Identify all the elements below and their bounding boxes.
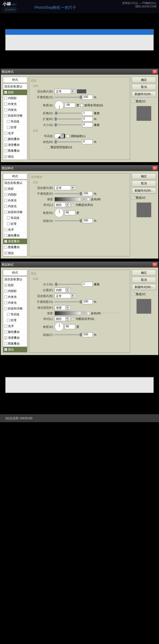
noise-slider[interactable] — [55, 141, 81, 142]
close-button[interactable]: × — [152, 166, 157, 170]
opacity-input[interactable]: 100 — [82, 95, 93, 100]
reverse-checkbox[interactable] — [87, 312, 90, 315]
style-gradient-overlay[interactable]: 渐变叠加 — [3, 142, 27, 148]
gradient-style-select[interactable]: 线性▾ — [55, 202, 70, 207]
gradient-picker[interactable] — [55, 311, 81, 315]
scale-input[interactable]: 100 — [82, 332, 93, 337]
angle-input[interactable]: -90 — [65, 103, 75, 108]
ok-button[interactable]: 确定 — [132, 173, 156, 179]
distance-slider[interactable] — [55, 113, 81, 114]
style-bevel[interactable]: 斜面和浮雕 — [3, 306, 27, 312]
style-drop-shadow[interactable]: 投影 — [3, 282, 27, 288]
new-style-button[interactable]: 新建样式(W)... — [132, 284, 156, 290]
knockout-checkbox[interactable] — [47, 146, 50, 149]
scale-slider[interactable] — [55, 220, 81, 221]
opacity-slider[interactable] — [55, 301, 81, 302]
ok-button[interactable]: 确定 — [132, 77, 156, 83]
contour-picker[interactable]: ▾ — [55, 134, 65, 138]
blend-options[interactable]: 混合选项:默认 — [3, 180, 27, 186]
angle-dial[interactable] — [55, 208, 64, 217]
style-color-overlay[interactable]: 颜色叠加 — [3, 136, 27, 142]
style-pattern-overlay[interactable]: 图案叠加 — [3, 341, 27, 347]
dialog-titlebar[interactable]: 图层样式 × — [1, 165, 158, 171]
style-stroke[interactable]: 描边 — [3, 154, 27, 160]
angle-dial[interactable] — [55, 322, 64, 331]
style-texture[interactable]: 纹理 — [3, 317, 27, 323]
style-satin[interactable]: 光泽 — [3, 323, 27, 329]
new-style-button[interactable]: 新建样式(W)... — [132, 91, 156, 97]
style-satin[interactable]: 光泽 — [3, 130, 27, 136]
shadow-color-swatch[interactable] — [77, 89, 86, 94]
scale-input[interactable]: 100 — [82, 218, 93, 223]
reverse-checkbox[interactable] — [87, 198, 90, 201]
opacity-slider[interactable] — [55, 97, 81, 98]
cancel-button[interactable]: 取消 — [132, 277, 156, 283]
style-color-overlay[interactable]: 颜色叠加 — [3, 233, 27, 239]
style-contour[interactable]: 等高线 — [3, 119, 27, 125]
size-slider[interactable] — [55, 124, 81, 125]
cancel-button[interactable]: 取消 — [132, 84, 156, 90]
antialias-checkbox[interactable] — [66, 135, 69, 138]
spread-slider[interactable] — [55, 118, 81, 120]
blend-options[interactable]: 混合选项:默认 — [3, 277, 27, 282]
preview-checkbox[interactable] — [132, 293, 135, 296]
opacity-input[interactable]: 100 — [82, 299, 93, 304]
angle-dial[interactable] — [55, 101, 64, 110]
style-drop-shadow[interactable]: 投影 — [3, 186, 27, 192]
style-contour[interactable]: 等高线 — [3, 312, 27, 317]
align-checkbox[interactable] — [72, 204, 74, 206]
close-button[interactable]: × — [152, 70, 157, 74]
new-style-button[interactable]: 新建样式(W)... — [132, 188, 156, 194]
style-inner-glow[interactable]: 内发光 — [3, 300, 27, 306]
opacity-input[interactable]: 100 — [82, 191, 93, 196]
position-select[interactable]: 内部▾ — [55, 288, 70, 293]
style-satin[interactable]: 光泽 — [3, 227, 27, 233]
size-input[interactable]: 1 — [82, 282, 93, 287]
blend-mode-select[interactable]: 正常▾ — [55, 185, 76, 190]
style-contour[interactable]: 等高线 — [3, 215, 27, 221]
style-inner-glow[interactable]: 内发光 — [3, 107, 27, 113]
dialog-titlebar[interactable]: 图层样式 × — [1, 69, 158, 75]
blend-options[interactable]: 混合选项:默认 — [3, 84, 27, 90]
size-slider[interactable] — [55, 284, 81, 285]
preview-checkbox[interactable] — [132, 100, 135, 103]
style-inner-shadow[interactable]: 内阴影 — [3, 95, 27, 101]
noise-input[interactable]: 0 — [82, 139, 93, 144]
style-bevel[interactable]: 斜面和浮雕 — [3, 209, 27, 215]
blend-mode-select[interactable]: 正常▾ — [55, 89, 76, 94]
style-gradient-overlay[interactable]: 渐变叠加 — [3, 239, 27, 244]
distance-input[interactable]: 1 — [82, 111, 93, 116]
align-checkbox[interactable] — [72, 317, 74, 320]
preview-checkbox[interactable] — [132, 196, 135, 199]
style-pattern-overlay[interactable]: 图案叠加 — [3, 148, 27, 154]
style-outer-glow[interactable]: 外发光 — [3, 101, 27, 107]
style-stroke[interactable]: 描边 — [3, 250, 27, 256]
style-stroke[interactable]: 描边 — [3, 347, 27, 353]
cancel-button[interactable]: 取消 — [132, 180, 156, 187]
scale-slider[interactable] — [55, 334, 81, 335]
angle-input[interactable]: 90 — [65, 324, 75, 329]
ok-button[interactable]: 确定 — [132, 270, 156, 276]
blend-mode-select[interactable]: 正常▾ — [55, 294, 76, 298]
style-inner-shadow[interactable]: 内阴影 — [3, 288, 27, 294]
dialog-titlebar[interactable]: 图层样式 × — [1, 262, 158, 268]
gradient-picker[interactable] — [55, 197, 81, 201]
gradient-dropdown[interactable]: ▾ — [82, 197, 86, 201]
spread-input[interactable]: 0 — [82, 117, 93, 121]
style-outer-glow[interactable]: 外发光 — [3, 294, 27, 300]
style-color-overlay[interactable]: 颜色叠加 — [3, 329, 27, 335]
gradient-style-select[interactable]: 线性▾ — [55, 316, 70, 321]
global-light-checkbox[interactable] — [80, 104, 83, 107]
style-gradient-overlay[interactable]: 渐变叠加 — [3, 335, 27, 341]
gradient-dropdown[interactable]: ▾ — [82, 311, 86, 315]
angle-input[interactable]: 90 — [65, 210, 75, 215]
style-outer-glow[interactable]: 外发光 — [3, 198, 27, 204]
fill-type-select[interactable]: 渐变▾ — [55, 305, 70, 310]
style-texture[interactable]: 纹理 — [3, 125, 27, 130]
style-texture[interactable]: 纹理 — [3, 221, 27, 227]
style-drop-shadow[interactable]: 投影 — [3, 90, 27, 95]
style-inner-glow[interactable]: 内发光 — [3, 204, 27, 209]
close-button[interactable]: × — [152, 262, 157, 267]
opacity-slider[interactable] — [55, 193, 81, 194]
style-pattern-overlay[interactable]: 图案叠加 — [3, 244, 27, 250]
